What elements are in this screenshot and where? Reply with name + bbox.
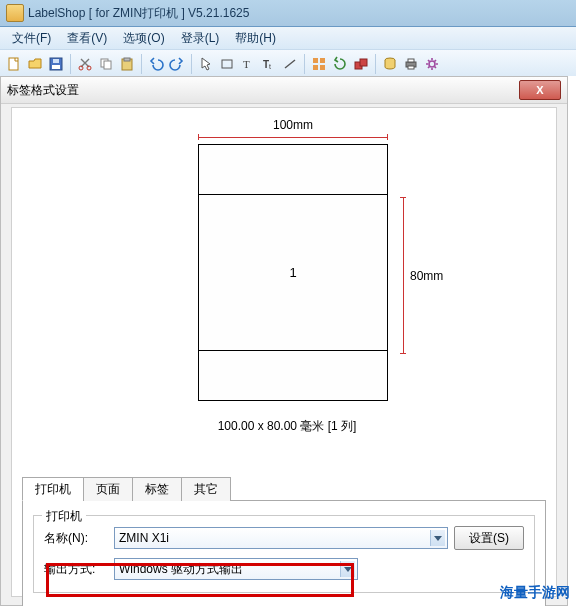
printer-name-value: ZMIN X1i — [119, 531, 169, 545]
line-icon[interactable] — [280, 54, 300, 74]
separator-icon — [70, 54, 71, 74]
close-button[interactable]: X — [519, 80, 561, 100]
separator-icon — [191, 54, 192, 74]
tab-other[interactable]: 其它 — [181, 477, 231, 501]
svg-rect-22 — [408, 59, 414, 62]
chevron-down-icon — [430, 530, 445, 546]
printer-group: 打印机 名称(N): ZMIN X1i 设置(S) — [33, 515, 535, 593]
tab-printer[interactable]: 打印机 — [22, 477, 84, 501]
settings-icon[interactable] — [422, 54, 442, 74]
tabs: 打印机 页面 标签 其它 打印机 名称(N): ZMIN X1i — [22, 476, 546, 606]
svg-rect-7 — [104, 61, 111, 69]
label-stack: 1 — [198, 144, 388, 401]
label-format-dialog: 标签格式设置 X 100mm 1 — [0, 76, 568, 606]
printer-name-label: 名称(N): — [44, 530, 108, 547]
svg-rect-14 — [313, 58, 318, 63]
height-label: 80mm — [410, 269, 443, 283]
label-bottom — [198, 350, 388, 401]
svg-text:t: t — [269, 63, 271, 70]
undo-icon[interactable] — [146, 54, 166, 74]
separator-icon — [304, 54, 305, 74]
menu-help[interactable]: 帮助(H) — [227, 30, 284, 47]
dialog-titlebar: 标签格式设置 X — [1, 77, 567, 104]
svg-rect-3 — [53, 59, 59, 63]
chevron-down-icon — [340, 561, 355, 577]
svg-rect-23 — [408, 66, 414, 69]
width-label: 100mm — [273, 118, 313, 132]
menubar: 文件(F) 查看(V) 选项(O) 登录(L) 帮助(H) — [0, 27, 576, 49]
text2-icon[interactable]: Tt — [259, 54, 279, 74]
dimension-height: 80mm — [400, 198, 454, 353]
size-text: 100.00 x 80.00 毫米 [1 列] — [152, 418, 422, 435]
output-mode-row: 输出方式: Windows 驱动方式输出 — [44, 558, 524, 580]
label-main: 1 — [198, 194, 388, 351]
printer-name-row: 名称(N): ZMIN X1i 设置(S) — [44, 526, 524, 550]
save-icon[interactable] — [46, 54, 66, 74]
output-mode-combo[interactable]: Windows 驱动方式输出 — [114, 558, 358, 580]
svg-point-24 — [429, 61, 435, 67]
dialog-title: 标签格式设置 — [7, 82, 79, 99]
toolbar: T Tt — [0, 49, 576, 79]
tab-label[interactable]: 标签 — [132, 477, 182, 501]
cut-icon[interactable] — [75, 54, 95, 74]
svg-rect-19 — [360, 59, 367, 66]
db-icon[interactable] — [380, 54, 400, 74]
svg-rect-10 — [222, 60, 232, 68]
tab-pane-printer: 打印机 名称(N): ZMIN X1i 设置(S) — [22, 501, 546, 606]
pointer-icon[interactable] — [196, 54, 216, 74]
app-icon — [6, 4, 24, 22]
dimension-width: 100mm — [198, 118, 388, 140]
menu-file[interactable]: 文件(F) — [4, 30, 59, 47]
dialog-body: 100mm 1 80mm 100.00 x 80.00 毫米 — [11, 107, 557, 597]
redo-icon[interactable] — [167, 54, 187, 74]
menu-login[interactable]: 登录(L) — [173, 30, 228, 47]
client-area: 标签格式设置 X 100mm 1 — [0, 76, 576, 606]
label-preview: 100mm 1 80mm 100.00 x 80.00 毫米 — [152, 118, 422, 458]
separator-icon — [141, 54, 142, 74]
label-top — [198, 144, 388, 195]
tab-page[interactable]: 页面 — [83, 477, 133, 501]
svg-rect-15 — [320, 58, 325, 63]
settings-button[interactable]: 设置(S) — [454, 526, 524, 550]
svg-rect-17 — [320, 65, 325, 70]
label-index: 1 — [289, 265, 296, 280]
text-icon[interactable]: T — [238, 54, 258, 74]
print-icon[interactable] — [401, 54, 421, 74]
window-title: LabelShop [ for ZMIN打印机 ] V5.21.1625 — [28, 5, 249, 22]
menu-option[interactable]: 选项(O) — [115, 30, 172, 47]
output-mode-label: 输出方式: — [44, 561, 108, 578]
svg-rect-0 — [9, 58, 18, 70]
group-legend: 打印机 — [42, 508, 86, 525]
svg-rect-16 — [313, 65, 318, 70]
grid-icon[interactable] — [309, 54, 329, 74]
rotate-icon[interactable] — [330, 54, 350, 74]
new-icon[interactable] — [4, 54, 24, 74]
group-icon[interactable] — [351, 54, 371, 74]
watermark: 海量手游网 — [500, 584, 570, 602]
menu-view[interactable]: 查看(V) — [59, 30, 115, 47]
app-window: LabelShop [ for ZMIN打印机 ] V5.21.1625 文件(… — [0, 0, 576, 606]
svg-rect-2 — [52, 65, 60, 69]
titlebar: LabelShop [ for ZMIN打印机 ] V5.21.1625 — [0, 0, 576, 27]
printer-name-combo[interactable]: ZMIN X1i — [114, 527, 448, 549]
separator-icon — [375, 54, 376, 74]
svg-text:T: T — [243, 58, 250, 70]
paste-icon[interactable] — [117, 54, 137, 74]
close-icon: X — [536, 84, 543, 96]
tab-row: 打印机 页面 标签 其它 — [22, 476, 546, 501]
open-icon[interactable] — [25, 54, 45, 74]
output-mode-value: Windows 驱动方式输出 — [119, 561, 243, 578]
svg-rect-9 — [124, 58, 130, 61]
copy-icon[interactable] — [96, 54, 116, 74]
rect-icon[interactable] — [217, 54, 237, 74]
